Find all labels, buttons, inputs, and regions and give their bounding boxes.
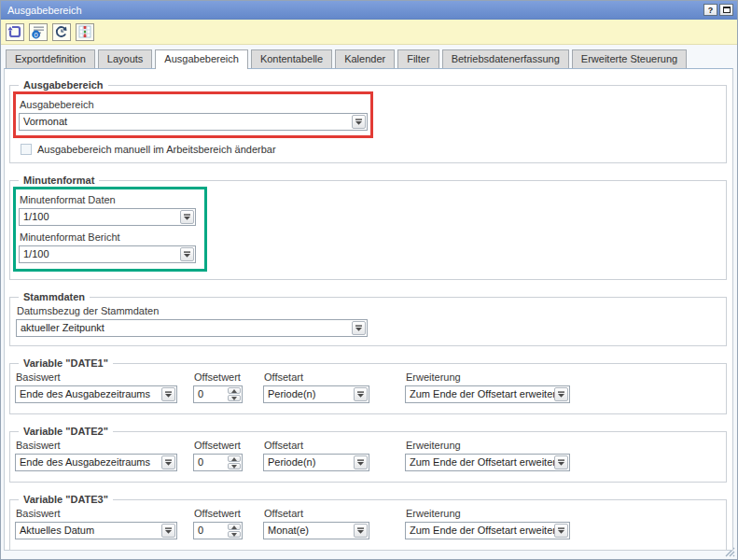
dropdown-arrow-icon [356, 527, 365, 534]
dropdown-arrow-button[interactable] [180, 210, 194, 224]
minutenformat-daten-label: Minutenformat Daten [20, 194, 196, 205]
date1-row: Basiswert Ende des Ausgabezeitraums Offs… [15, 370, 718, 403]
stammdaten-select[interactable]: aktueller Zeitpunkt [16, 319, 368, 337]
tab-exportdefinition[interactable]: Exportdefinition [6, 49, 95, 68]
minutenformat-bericht-select[interactable]: 1/100 [19, 245, 196, 263]
group-stammdaten: Stammdaten Datumsbezug der Stammdaten ak… [9, 291, 727, 346]
date2-offsetart-label: Offsetart [264, 440, 369, 451]
date1-offsetart-select[interactable]: Periode(n) [263, 385, 369, 403]
date3-erweiterung-value: Zum Ende der Offsetart erweitern [406, 523, 569, 536]
spin-up-button[interactable] [228, 455, 241, 462]
date1-erweiterung-select[interactable]: Zum Ende der Offsetart erweitern [405, 385, 570, 403]
group-stammdaten-legend: Stammdaten [19, 291, 90, 302]
maximize-button[interactable] [719, 4, 733, 16]
dropdown-arrow-icon [183, 214, 191, 220]
dropdown-arrow-icon [183, 251, 191, 258]
dropdown-arrow-icon [355, 119, 363, 125]
date1-offsetwert-input[interactable]: 0 [193, 385, 243, 403]
date3-basiswert-value: Aktuelles Datum [16, 523, 176, 536]
tab-layouts[interactable]: Layouts [98, 49, 153, 68]
dropdown-arrow-button[interactable] [354, 524, 368, 538]
maximize-icon [723, 7, 731, 13]
date3-offsetwert-input[interactable]: 0 [193, 522, 243, 539]
svg-text:0: 0 [35, 31, 38, 39]
spin-down-button[interactable] [228, 531, 241, 538]
dropdown-arrow-button[interactable] [161, 455, 175, 469]
spin-up-button[interactable] [228, 524, 241, 530]
date1-erweiterung-value: Zum Ende der Offsetart erweitern [406, 386, 569, 399]
group-minutenformat: Minutenformat Minutenformat Daten 1/100 [9, 175, 727, 280]
tab-filter[interactable]: Filter [397, 49, 439, 68]
date3-row: Basiswert Aktuelles Datum Offsetwert 0 [15, 506, 718, 539]
date3-erweiterung-select[interactable]: Zum Ende der Offsetart erweitern [405, 522, 570, 539]
analysis-button[interactable] [76, 23, 94, 41]
dropdown-arrow-button[interactable] [354, 387, 368, 401]
date3-basiswert-select[interactable]: Aktuelles Datum [15, 522, 177, 539]
dropdown-arrow-icon [164, 391, 173, 398]
date1-offsetart-label: Offsetart [264, 371, 369, 383]
tab-betriebsdatenerfassung[interactable]: Betriebsdatenerfassung [442, 49, 569, 68]
dropdown-arrow-button[interactable] [352, 115, 366, 129]
group-minutenformat-legend: Minutenformat [19, 175, 99, 186]
dropdown-arrow-button[interactable] [554, 455, 568, 469]
date2-offsetwert-value: 0 [198, 456, 203, 468]
dropdown-arrow-button[interactable] [352, 321, 366, 335]
dropdown-arrow-button[interactable] [554, 524, 568, 538]
red-highlight-box: Ausgabebereich Vormonat [13, 91, 373, 138]
spin-up-button[interactable] [228, 387, 241, 394]
apply-layout-button[interactable] [6, 23, 24, 41]
tab-ausgabebereich[interactable]: Ausgabebereich [155, 49, 248, 69]
date3-offsetwert-label: Offsetwert [194, 508, 243, 519]
ausgabebereich-window: Ausgabebereich ? 0 [0, 0, 738, 560]
minutenformat-bericht-group: Minutenformat Bericht 1/100 [19, 231, 196, 263]
date2-erweiterung-label: Erweiterung [406, 440, 570, 451]
history-button[interactable] [52, 23, 71, 41]
window-title: Ausgabebereich [7, 5, 702, 16]
spin-down-icon [231, 465, 237, 469]
tab-erweiterte-steuerung[interactable]: Erweiterte Steuerung [572, 49, 687, 68]
minutenformat-bericht-value: 1/100 [20, 246, 195, 259]
protocol-zero-button[interactable]: 0 [29, 23, 48, 41]
tab-kontentabelle[interactable]: Kontentabelle [251, 49, 332, 68]
date1-basiswert-select[interactable]: Ende des Ausgabezeitraums [15, 385, 177, 403]
manual-change-checkbox[interactable] [21, 144, 32, 155]
dropdown-arrow-icon [164, 527, 173, 534]
minutenformat-bericht-label: Minutenformat Bericht [20, 231, 196, 243]
spin-up-icon [231, 389, 237, 393]
date2-offsetwert-input[interactable]: 0 [193, 454, 243, 471]
ausgabebereich-select[interactable]: Vormonat [19, 113, 368, 131]
dropdown-arrow-button[interactable] [554, 387, 568, 401]
dropdown-arrow-icon [557, 527, 565, 534]
dropdown-arrow-button[interactable] [161, 387, 175, 401]
help-button[interactable]: ? [703, 4, 717, 16]
date1-erweiterung-label: Erweiterung [406, 371, 570, 383]
minutenformat-daten-select[interactable]: 1/100 [19, 208, 196, 226]
date2-basiswert-value: Ende des Ausgabezeitraums [16, 455, 176, 468]
date2-row: Basiswert Ende des Ausgabezeitraums Offs… [15, 438, 718, 471]
manual-change-row: Ausgabebereich manuell im Arbeitsbereich… [21, 144, 718, 155]
date1-offsetwert-label: Offsetwert [194, 371, 243, 383]
minutenformat-daten-value: 1/100 [20, 209, 195, 222]
group-variable-date1: Variable "DATE1" Basiswert Ende des Ausg… [9, 357, 727, 414]
dropdown-arrow-button[interactable] [161, 524, 175, 538]
date2-basiswert-select[interactable]: Ende des Ausgabezeitraums [15, 454, 177, 471]
green-highlight-box: Minutenformat Daten 1/100 Minutenformat … [13, 187, 207, 272]
date3-offsetart-select[interactable]: Monat(e) [263, 522, 369, 539]
group-variable-date3: Variable "DATE3" Basiswert Aktuelles Dat… [9, 494, 727, 551]
spin-down-icon [231, 533, 237, 537]
spin-down-button[interactable] [228, 395, 241, 401]
date2-offsetart-select[interactable]: Periode(n) [263, 454, 369, 471]
dropdown-arrow-button[interactable] [180, 247, 194, 261]
manual-change-label: Ausgabebereich manuell im Arbeitsbereich… [37, 144, 276, 155]
apply-layout-icon [7, 24, 22, 39]
date2-basiswert-label: Basiswert [16, 440, 177, 451]
stammdaten-select-value: aktueller Zeitpunkt [17, 320, 367, 333]
dropdown-arrow-icon [356, 459, 365, 466]
spin-down-button[interactable] [228, 463, 241, 469]
dropdown-arrow-button[interactable] [354, 455, 368, 469]
tab-kalender[interactable]: Kalender [335, 49, 395, 68]
date2-erweiterung-value: Zum Ende der Offsetart erweitern [406, 455, 569, 468]
minutenformat-daten-group: Minutenformat Daten 1/100 [19, 194, 196, 226]
date1-offsetwert-value: 0 [198, 388, 203, 399]
date2-erweiterung-select[interactable]: Zum Ende der Offsetart erweitern [405, 454, 570, 471]
